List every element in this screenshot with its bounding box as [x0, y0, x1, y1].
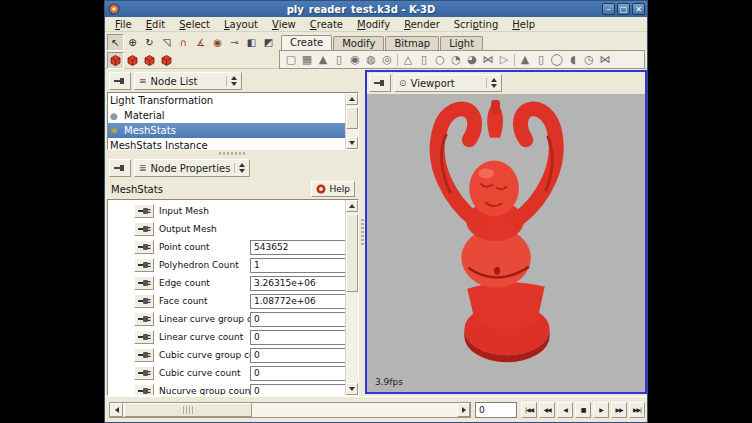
play-button[interactable]: ▶	[593, 402, 609, 418]
previous-key-button[interactable]: ◀◀	[539, 402, 555, 418]
select-points-mode[interactable]	[124, 52, 141, 69]
select-lines-mode[interactable]	[141, 52, 158, 69]
create-nurbs-disk-icon[interactable]: ◷	[581, 52, 597, 68]
property-connector-button[interactable]	[134, 276, 154, 290]
panel-type-selector[interactable]: ⊙ Viewport	[394, 74, 502, 92]
measure-tool[interactable]: ∡	[192, 34, 209, 51]
scroll-left-icon[interactable]	[110, 403, 123, 417]
menu-item[interactable]: Scripting	[448, 19, 505, 30]
panel-type-selector[interactable]: ≡ Node List	[134, 72, 242, 90]
maximize-button[interactable]: □	[617, 3, 630, 15]
property-value-field[interactable]: 0	[250, 384, 345, 396]
scale-tool[interactable]: ◹	[158, 34, 175, 51]
buddha-3d-model[interactable]	[367, 94, 645, 392]
create-quadric-cylinder-icon[interactable]: ▯	[416, 52, 432, 68]
create-nurbs-hyperboloid-icon[interactable]: ⋈	[597, 52, 613, 68]
property-connector-button[interactable]	[134, 366, 154, 380]
create-quad-sphere-icon[interactable]: ◍	[363, 52, 379, 68]
scrollbar-track[interactable]	[346, 105, 358, 137]
toolbar-tab[interactable]: Light	[440, 36, 483, 50]
frame-number-input[interactable]	[475, 402, 517, 418]
panel-type-selector[interactable]: ≣ Node Properties	[134, 159, 250, 177]
close-button[interactable]: ✕	[632, 3, 645, 15]
property-connector-button[interactable]	[134, 348, 154, 362]
viewport-panel[interactable]: ⊙ Viewport	[365, 70, 647, 394]
scroll-down-icon[interactable]	[346, 137, 358, 149]
stop-button[interactable]: ■	[575, 402, 591, 418]
create-nurbs-cone-icon[interactable]: ▲	[517, 52, 533, 68]
scroll-up-icon[interactable]	[346, 200, 358, 212]
timeline-scrollbar[interactable]	[109, 402, 471, 418]
property-value-field[interactable]: 0	[250, 312, 345, 327]
select-arrow-tool[interactable]: ↖	[107, 34, 124, 51]
horizontal-splitter[interactable]	[107, 150, 359, 157]
timeline-track[interactable]	[123, 403, 457, 417]
property-connector-button[interactable]	[134, 312, 154, 326]
create-cone-icon[interactable]: ▲	[315, 52, 331, 68]
node-list-item[interactable]: Light Transformation	[108, 93, 345, 108]
menu-item[interactable]: Select	[173, 19, 216, 30]
plug-tool[interactable]: ⊸	[226, 34, 243, 51]
create-quadric-sphere-icon[interactable]: ○	[432, 52, 448, 68]
property-value-field[interactable]: 1.08772e+06	[250, 294, 345, 309]
render-preview-button[interactable]: ◧	[243, 34, 260, 51]
property-value-field[interactable]: 0	[250, 348, 345, 363]
node-list-item[interactable]: MeshStats Instance	[108, 138, 345, 149]
render-frame-button[interactable]: ◩	[260, 34, 277, 51]
menu-item[interactable]: Edit	[140, 19, 171, 30]
step-forward-button[interactable]: ▶▶	[611, 402, 627, 418]
help-button[interactable]: Help	[311, 181, 355, 197]
create-quadric-paraboloid-icon[interactable]: ▷	[496, 52, 512, 68]
create-cube-icon[interactable]: ▢	[283, 52, 299, 68]
properties-scrollbar[interactable]	[345, 200, 358, 395]
menu-item[interactable]: Help	[506, 19, 541, 30]
menu-item[interactable]: Layout	[218, 19, 264, 30]
menu-item[interactable]: File	[109, 19, 138, 30]
property-connector-button[interactable]	[134, 240, 154, 254]
property-connector-button[interactable]	[134, 222, 154, 236]
select-nodes-mode[interactable]	[107, 52, 124, 69]
menu-item[interactable]: Render	[398, 19, 446, 30]
toolbar-tab[interactable]: Create	[281, 35, 332, 50]
property-connector-button[interactable]	[134, 204, 154, 218]
property-value-field[interactable]: 0	[250, 366, 345, 381]
create-polygrid-icon[interactable]: ▦	[299, 52, 315, 68]
create-nurbs-hemisphere-icon[interactable]: ◖	[565, 52, 581, 68]
create-quadric-hyperboloid-icon[interactable]: ⋈	[480, 52, 496, 68]
property-connector-button[interactable]	[134, 330, 154, 344]
rotate-tool[interactable]: ↻	[141, 34, 158, 51]
scrollbar-thumb[interactable]	[346, 107, 358, 129]
create-quadric-disk-icon[interactable]: ◕	[464, 52, 480, 68]
minimize-button[interactable]: –	[602, 3, 615, 15]
pin-button[interactable]	[109, 159, 131, 177]
property-connector-button[interactable]	[134, 258, 154, 272]
node-list-scrollbar[interactable]	[345, 93, 358, 149]
step-back-button[interactable]: ◀	[557, 402, 573, 418]
create-nurbs-cylinder-icon[interactable]: ▯	[533, 52, 549, 68]
scroll-down-icon[interactable]	[346, 383, 358, 395]
first-frame-button[interactable]: |◀◀	[521, 402, 537, 418]
last-frame-button[interactable]: ▶▶|	[629, 402, 645, 418]
property-value-field[interactable]: 3.26315e+06	[250, 276, 345, 291]
create-cylinder-icon[interactable]: ▯	[331, 52, 347, 68]
toolbar-tab[interactable]: Modify	[333, 36, 384, 50]
create-torus-icon[interactable]: ◎	[379, 52, 395, 68]
create-quadric-hemisphere-icon[interactable]: ◔	[448, 52, 464, 68]
property-value-field[interactable]: 543652	[250, 240, 345, 255]
node-list-item[interactable]: ● Material	[108, 108, 345, 123]
move-tool[interactable]: ⊕	[124, 34, 141, 51]
timeline-thumb[interactable]	[124, 403, 252, 417]
scrollbar-thumb[interactable]	[346, 214, 358, 292]
select-faces-mode[interactable]	[158, 52, 175, 69]
menu-item[interactable]: Modify	[351, 19, 396, 30]
scrollbar-track[interactable]	[346, 212, 358, 383]
property-value-field[interactable]: 0	[250, 330, 345, 345]
property-value-field[interactable]: 1	[250, 258, 345, 273]
create-sphere-icon[interactable]: ◉	[347, 52, 363, 68]
property-connector-button[interactable]	[134, 294, 154, 308]
create-quadric-cone-icon[interactable]: △	[400, 52, 416, 68]
menu-item[interactable]: Create	[304, 19, 349, 30]
titlebar[interactable]: ply_reader_test.k3d - K-3D – □ ✕	[105, 1, 647, 17]
pin-button[interactable]	[369, 74, 391, 92]
menu-item[interactable]: View	[266, 19, 302, 30]
